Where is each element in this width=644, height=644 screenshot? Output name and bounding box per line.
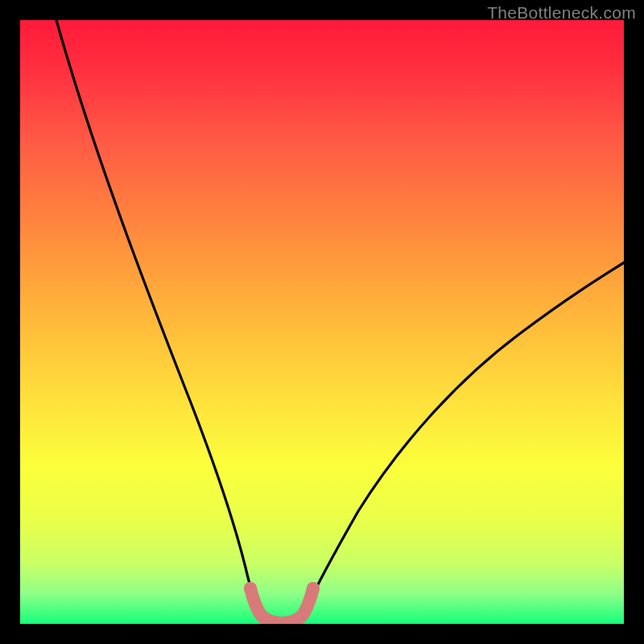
- bottleneck-curve: [20, 20, 624, 624]
- left-branch-path: [56, 20, 260, 614]
- trough-segment-path: [250, 588, 313, 623]
- trough-dot-right: [307, 582, 320, 595]
- trough-dot-left: [244, 582, 257, 595]
- chart-frame: TheBottleneck.com: [0, 0, 644, 644]
- gradient-plot-area: [20, 20, 624, 624]
- right-branch-path: [303, 262, 624, 614]
